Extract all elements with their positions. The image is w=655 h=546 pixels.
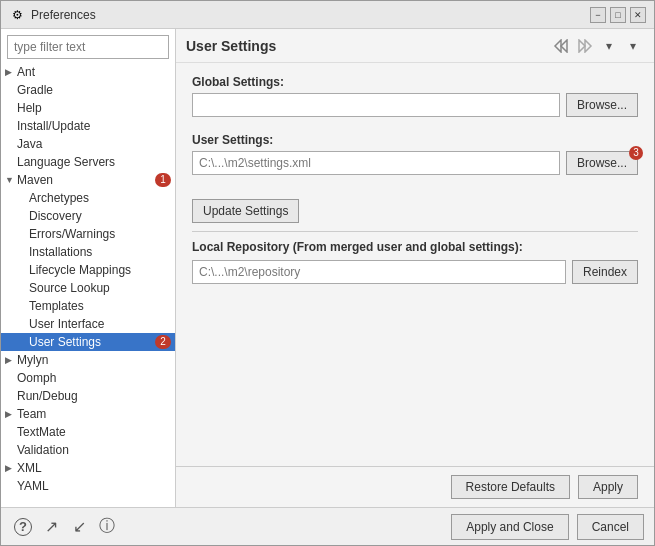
menu-button[interactable]: ▾: [622, 35, 644, 57]
update-settings-button[interactable]: Update Settings: [192, 199, 299, 223]
sidebar-item-install-update[interactable]: Install/Update: [1, 117, 175, 135]
sidebar: ▶AntGradleHelpInstall/UpdateJavaLanguage…: [1, 29, 176, 507]
badge-user-settings: 2: [155, 335, 171, 349]
minimize-button[interactable]: −: [590, 7, 606, 23]
info-icon: ⓘ: [99, 516, 115, 537]
apply-and-close-button[interactable]: Apply and Close: [451, 514, 568, 540]
sidebar-item-help[interactable]: Help: [1, 99, 175, 117]
local-repo-group: Local Repository (From merged user and g…: [192, 240, 638, 284]
local-repo-label: Local Repository (From merged user and g…: [192, 240, 638, 254]
sidebar-item-textmate[interactable]: TextMate: [1, 423, 175, 441]
apply-button[interactable]: Apply: [578, 475, 638, 499]
close-button[interactable]: ✕: [630, 7, 646, 23]
sidebar-item-label-lifecycle-mappings: Lifecycle Mappings: [29, 263, 171, 277]
tree-arrow-xml: ▶: [5, 463, 17, 473]
sidebar-item-gradle[interactable]: Gradle: [1, 81, 175, 99]
badge-maven: 1: [155, 173, 171, 187]
sidebar-item-run-debug[interactable]: Run/Debug: [1, 387, 175, 405]
user-settings-label: User Settings:: [192, 133, 638, 147]
global-settings-row: Browse...: [192, 93, 638, 117]
sidebar-item-validation[interactable]: Validation: [1, 441, 175, 459]
reindex-button[interactable]: Reindex: [572, 260, 638, 284]
sidebar-item-label-user-interface: User Interface: [29, 317, 171, 331]
panel-title: User Settings: [186, 38, 550, 54]
menu-icon: ▾: [630, 39, 636, 53]
info-button[interactable]: ⓘ: [95, 515, 119, 539]
sidebar-item-errors-warnings[interactable]: Errors/Warnings: [1, 225, 175, 243]
svg-marker-1: [561, 40, 567, 52]
tree-arrow-ant: ▶: [5, 67, 17, 77]
tree-arrow-team: ▶: [5, 409, 17, 419]
tree-arrow-maven: ▼: [5, 175, 17, 185]
sidebar-item-label-install-update: Install/Update: [17, 119, 171, 133]
sidebar-item-java[interactable]: Java: [1, 135, 175, 153]
title-bar: ⚙ Preferences − □ ✕: [1, 1, 654, 29]
sidebar-item-label-archetypes: Archetypes: [29, 191, 171, 205]
sidebar-item-archetypes[interactable]: Archetypes: [1, 189, 175, 207]
sidebar-item-discovery[interactable]: Discovery: [1, 207, 175, 225]
help-icon: ?: [14, 518, 32, 536]
sidebar-item-oomph[interactable]: Oomph: [1, 369, 175, 387]
sidebar-item-label-ant: Ant: [17, 65, 171, 79]
panel-body: Global Settings: Browse... User Settings…: [176, 63, 654, 466]
sidebar-item-label-mylyn: Mylyn: [17, 353, 171, 367]
sidebar-item-label-java: Java: [17, 137, 171, 151]
maximize-button[interactable]: □: [610, 7, 626, 23]
sidebar-item-yaml[interactable]: YAML: [1, 477, 175, 495]
export-button[interactable]: ↗: [39, 515, 63, 539]
panel-footer-actions: Restore Defaults Apply: [176, 466, 654, 507]
history-dropdown-button[interactable]: ▾: [598, 35, 620, 57]
local-repo-input[interactable]: [192, 260, 566, 284]
user-browse-button[interactable]: Browse... 3: [566, 151, 638, 175]
sidebar-item-xml[interactable]: ▶XML: [1, 459, 175, 477]
sidebar-item-user-interface[interactable]: User Interface: [1, 315, 175, 333]
sidebar-item-ant[interactable]: ▶Ant: [1, 63, 175, 81]
restore-defaults-button[interactable]: Restore Defaults: [451, 475, 570, 499]
sidebar-item-lifecycle-mappings[interactable]: Lifecycle Mappings: [1, 261, 175, 279]
bottom-right-buttons: Apply and Close Cancel: [451, 514, 644, 540]
sidebar-item-templates[interactable]: Templates: [1, 297, 175, 315]
sidebar-item-label-language-servers: Language Servers: [17, 155, 171, 169]
back-icon: [553, 39, 569, 53]
cancel-button[interactable]: Cancel: [577, 514, 644, 540]
sidebar-item-label-textmate: TextMate: [17, 425, 171, 439]
global-browse-button[interactable]: Browse...: [566, 93, 638, 117]
tree-arrow-mylyn: ▶: [5, 355, 17, 365]
user-browse-label: Browse...: [577, 156, 627, 170]
title-controls: − □ ✕: [590, 7, 646, 23]
forward-button[interactable]: [574, 35, 596, 57]
forward-icon: [577, 39, 593, 53]
filter-input[interactable]: [7, 35, 169, 59]
global-settings-group: Global Settings: Browse...: [192, 75, 638, 117]
sidebar-item-label-validation: Validation: [17, 443, 171, 457]
sidebar-item-source-lookup[interactable]: Source Lookup: [1, 279, 175, 297]
sidebar-item-label-user-settings: User Settings: [29, 335, 151, 349]
export-icon: ↗: [45, 517, 58, 536]
panel-header: User Settings ▾ ▾: [176, 29, 654, 63]
window-icon: ⚙: [9, 7, 25, 23]
section-divider: [192, 231, 638, 232]
back-button[interactable]: [550, 35, 572, 57]
sidebar-item-label-discovery: Discovery: [29, 209, 171, 223]
sidebar-item-maven[interactable]: ▼Maven1: [1, 171, 175, 189]
global-settings-input[interactable]: [192, 93, 560, 117]
chevron-down-icon: ▾: [606, 39, 612, 53]
user-settings-row: Browse... 3: [192, 151, 638, 175]
sidebar-item-installations[interactable]: Installations: [1, 243, 175, 261]
right-panel: User Settings ▾ ▾: [176, 29, 654, 507]
user-settings-group: User Settings: Browse... 3: [192, 133, 638, 175]
user-browse-badge: 3: [629, 146, 643, 160]
sidebar-item-label-yaml: YAML: [17, 479, 171, 493]
sidebar-item-label-help: Help: [17, 101, 171, 115]
bottom-bar: ? ↗ ↙ ⓘ Apply and Close Cancel: [1, 507, 654, 545]
help-button[interactable]: ?: [11, 515, 35, 539]
sidebar-item-user-settings[interactable]: User Settings2: [1, 333, 175, 351]
user-settings-input[interactable]: [192, 151, 560, 175]
import-button[interactable]: ↙: [67, 515, 91, 539]
sidebar-item-mylyn[interactable]: ▶Mylyn: [1, 351, 175, 369]
sidebar-item-team[interactable]: ▶Team: [1, 405, 175, 423]
sidebar-item-language-servers[interactable]: Language Servers: [1, 153, 175, 171]
main-content: ▶AntGradleHelpInstall/UpdateJavaLanguage…: [1, 29, 654, 507]
sidebar-item-label-gradle: Gradle: [17, 83, 171, 97]
sidebar-item-label-run-debug: Run/Debug: [17, 389, 171, 403]
